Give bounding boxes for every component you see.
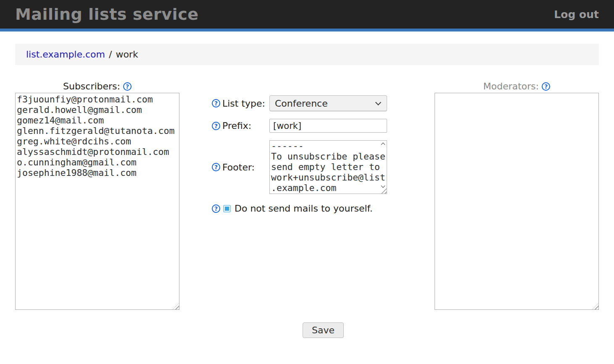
app-header: Mailing lists service Log out bbox=[0, 0, 614, 31]
prefix-input[interactable] bbox=[269, 119, 387, 133]
subscribers-help-icon[interactable]: ? bbox=[123, 82, 132, 91]
moderators-textarea-wrap bbox=[435, 93, 599, 310]
self-mail-help-icon[interactable]: ? bbox=[212, 204, 220, 213]
settings-column: ? List type: Conference ? Prefix: ? Foot… bbox=[179, 80, 435, 338]
checkbox-check-icon bbox=[225, 207, 229, 211]
save-row: Save bbox=[212, 322, 435, 338]
list-type-select-wrap: Conference bbox=[269, 95, 387, 111]
logout-link[interactable]: Log out bbox=[554, 8, 599, 21]
footer-textarea-wrap: ------ To unsubscribe please send empty … bbox=[269, 140, 387, 194]
list-type-label: List type: bbox=[222, 98, 269, 109]
moderators-column: Moderators: ? bbox=[435, 80, 599, 310]
list-type-help-icon[interactable]: ? bbox=[212, 99, 220, 107]
footer-textarea[interactable]: ------ To unsubscribe please send empty … bbox=[269, 140, 387, 194]
save-button[interactable]: Save bbox=[303, 322, 344, 338]
prefix-row: ? Prefix: bbox=[212, 119, 435, 133]
footer-help-icon[interactable]: ? bbox=[212, 163, 220, 171]
list-type-select[interactable]: Conference bbox=[269, 95, 387, 111]
self-mail-label: Do not send mails to yourself. bbox=[235, 203, 373, 214]
breadcrumb-separator: / bbox=[109, 49, 112, 60]
footer-label: Footer: bbox=[222, 162, 269, 173]
prefix-label: Prefix: bbox=[222, 120, 269, 131]
moderators-label: Moderators: bbox=[483, 81, 539, 92]
self-mail-row: ? Do not send mails to yourself. bbox=[212, 203, 435, 214]
app-title: Mailing lists service bbox=[15, 5, 198, 24]
breadcrumb: list.example.com / work bbox=[15, 44, 599, 65]
list-type-row: ? List type: Conference bbox=[212, 95, 435, 111]
prefix-help-icon[interactable]: ? bbox=[212, 122, 220, 130]
footer-row: ? Footer: ------ To unsubscribe please s… bbox=[212, 140, 435, 194]
main-content: Subscribers: ? f3juounfiy@protonmail.com… bbox=[15, 80, 599, 338]
moderators-help-icon[interactable]: ? bbox=[542, 82, 550, 91]
subscribers-label: Subscribers: bbox=[63, 81, 120, 92]
moderators-textarea[interactable] bbox=[435, 93, 599, 310]
moderators-header: Moderators: ? bbox=[435, 80, 599, 93]
subscribers-column: Subscribers: ? f3juounfiy@protonmail.com… bbox=[15, 80, 179, 310]
settings-form: ? List type: Conference ? Prefix: ? Foot… bbox=[179, 80, 435, 338]
breadcrumb-domain-link[interactable]: list.example.com bbox=[26, 49, 105, 60]
subscribers-header: Subscribers: ? bbox=[15, 80, 179, 93]
subscribers-textarea[interactable]: f3juounfiy@protonmail.com gerald.howell@… bbox=[15, 93, 179, 310]
self-mail-checkbox[interactable] bbox=[223, 205, 231, 212]
subscribers-textarea-wrap: f3juounfiy@protonmail.com gerald.howell@… bbox=[15, 93, 179, 310]
breadcrumb-current: work bbox=[116, 49, 138, 60]
